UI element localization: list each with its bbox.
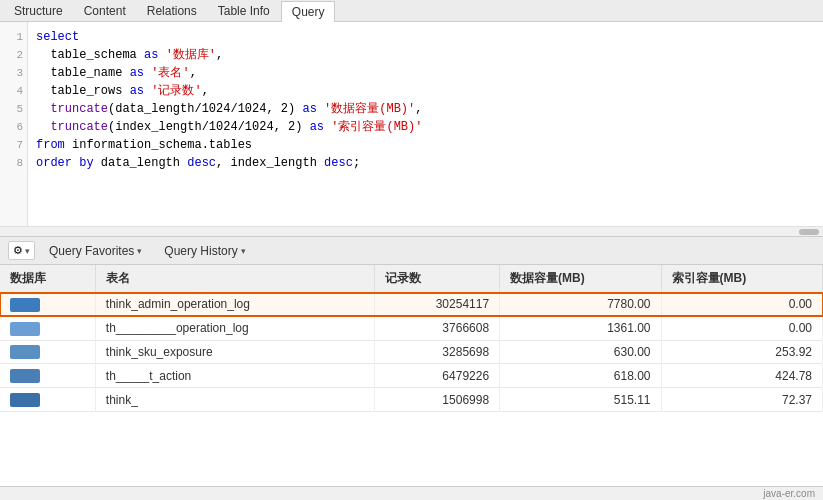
query-history-button[interactable]: Query History ▾ bbox=[156, 242, 253, 260]
cell-db bbox=[0, 388, 95, 412]
table-row[interactable]: think_1506998515.1172.37 bbox=[0, 388, 823, 412]
query-favorites-label: Query Favorites bbox=[49, 244, 134, 258]
results-table: 数据库 表名 记录数 数据容量(MB) 索引容量(MB) think_admin… bbox=[0, 265, 823, 412]
cell-indexsize: 424.78 bbox=[661, 364, 822, 388]
tab-relations-label: Relations bbox=[147, 4, 197, 18]
db-color-indicator bbox=[10, 322, 40, 336]
col-db: 数据库 bbox=[0, 265, 95, 293]
footer: java-er.com bbox=[0, 486, 823, 500]
cell-indexsize: 0.00 bbox=[661, 316, 822, 340]
col-datasize: 数据容量(MB) bbox=[500, 265, 661, 293]
db-color-indicator bbox=[10, 298, 40, 312]
db-color-indicator bbox=[10, 369, 40, 383]
tab-tableinfo-label: Table Info bbox=[218, 4, 270, 18]
tab-structure-label: Structure bbox=[14, 4, 63, 18]
cell-datasize: 7780.00 bbox=[500, 293, 661, 317]
cell-db bbox=[0, 316, 95, 340]
cell-tablename: think_sku_exposure bbox=[95, 340, 374, 364]
cell-indexsize: 253.92 bbox=[661, 340, 822, 364]
table-row[interactable]: think_sku_exposure3285698630.00253.92 bbox=[0, 340, 823, 364]
favorites-chevron-icon: ▾ bbox=[137, 246, 142, 256]
cell-datasize: 515.11 bbox=[500, 388, 661, 412]
db-color-indicator bbox=[10, 393, 40, 407]
cell-records: 1506998 bbox=[374, 388, 500, 412]
query-favorites-button[interactable]: Query Favorites ▾ bbox=[41, 242, 150, 260]
gear-chevron-icon: ▾ bbox=[25, 246, 30, 256]
editor-scrollbar-thumb bbox=[799, 229, 819, 235]
footer-branding: java-er.com bbox=[763, 488, 815, 499]
gear-button[interactable]: ⚙ ▾ bbox=[8, 241, 35, 260]
cell-datasize: 630.00 bbox=[500, 340, 661, 364]
cell-indexsize: 72.37 bbox=[661, 388, 822, 412]
table-header: 数据库 表名 记录数 数据容量(MB) 索引容量(MB) bbox=[0, 265, 823, 293]
tab-tableinfo[interactable]: Table Info bbox=[208, 0, 281, 21]
cell-records: 3285698 bbox=[374, 340, 500, 364]
table-row[interactable]: think_admin_operation_log302541177780.00… bbox=[0, 293, 823, 317]
code-lines[interactable]: 1 2 3 4 5 6 7 8 select table_schema as '… bbox=[0, 22, 823, 226]
tab-structure[interactable]: Structure bbox=[4, 0, 74, 21]
cell-db bbox=[0, 364, 95, 388]
col-tablename: 表名 bbox=[95, 265, 374, 293]
tab-relations[interactable]: Relations bbox=[137, 0, 208, 21]
results-area: 数据库 表名 记录数 数据容量(MB) 索引容量(MB) think_admin… bbox=[0, 265, 823, 486]
query-history-label: Query History bbox=[164, 244, 237, 258]
cell-records: 6479226 bbox=[374, 364, 500, 388]
tab-query[interactable]: Query bbox=[281, 1, 336, 22]
cell-records: 30254117 bbox=[374, 293, 500, 317]
col-records: 记录数 bbox=[374, 265, 500, 293]
line-numbers: 1 2 3 4 5 6 7 8 bbox=[0, 22, 28, 226]
editor-scrollbar[interactable] bbox=[0, 226, 823, 236]
table-row[interactable]: th_________operation_log37666081361.000.… bbox=[0, 316, 823, 340]
query-toolbar: ⚙ ▾ Query Favorites ▾ Query History ▾ bbox=[0, 237, 823, 265]
tab-content[interactable]: Content bbox=[74, 0, 137, 21]
tab-query-label: Query bbox=[292, 5, 325, 19]
cell-tablename: th_________operation_log bbox=[95, 316, 374, 340]
cell-db bbox=[0, 293, 95, 317]
history-chevron-icon: ▾ bbox=[241, 246, 246, 256]
cell-indexsize: 0.00 bbox=[661, 293, 822, 317]
cell-records: 3766608 bbox=[374, 316, 500, 340]
gear-icon: ⚙ bbox=[13, 244, 23, 257]
col-indexsize: 索引容量(MB) bbox=[661, 265, 822, 293]
cell-tablename: think_admin_operation_log bbox=[95, 293, 374, 317]
tab-content-label: Content bbox=[84, 4, 126, 18]
code-editor[interactable]: select table_schema as '数据库', table_name… bbox=[28, 22, 823, 226]
cell-datasize: 1361.00 bbox=[500, 316, 661, 340]
cell-tablename: th_____t_action bbox=[95, 364, 374, 388]
db-color-indicator bbox=[10, 345, 40, 359]
tab-bar: Structure Content Relations Table Info Q… bbox=[0, 0, 823, 22]
cell-db bbox=[0, 340, 95, 364]
cell-tablename: think_ bbox=[95, 388, 374, 412]
editor-area: 1 2 3 4 5 6 7 8 select table_schema as '… bbox=[0, 22, 823, 237]
table-row[interactable]: th_____t_action6479226618.00424.78 bbox=[0, 364, 823, 388]
cell-datasize: 618.00 bbox=[500, 364, 661, 388]
table-body: think_admin_operation_log302541177780.00… bbox=[0, 293, 823, 412]
